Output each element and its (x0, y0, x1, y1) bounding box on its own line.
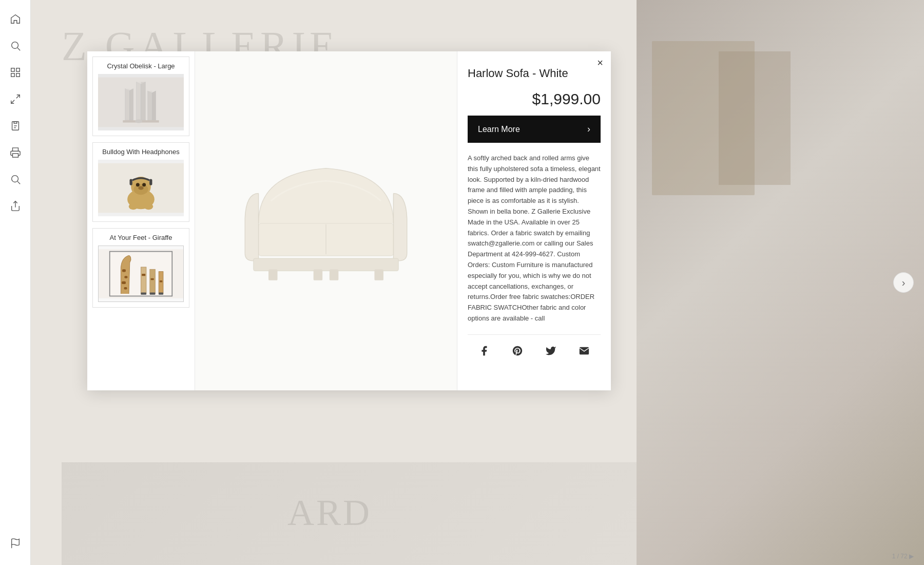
background-bottom-text: ARD (287, 492, 372, 534)
svg-rect-54 (159, 292, 163, 294)
svg-rect-45 (124, 287, 127, 289)
page-number: 1 / 72 ▶ (892, 553, 914, 560)
product-card-image-giraffe (98, 246, 184, 302)
product-card-image-bulldog (98, 160, 184, 216)
svg-rect-36 (130, 179, 132, 185)
home-icon[interactable] (6, 10, 25, 28)
product-modal: Crystal Obelisk - Large (87, 51, 611, 390)
svg-point-0 (11, 42, 18, 49)
svg-rect-48 (159, 272, 163, 294)
expand-icon[interactable] (6, 90, 25, 108)
flag-icon[interactable] (6, 534, 25, 553)
svg-line-1 (17, 48, 20, 50)
svg-rect-4 (11, 73, 14, 77)
svg-marker-24 (148, 91, 152, 120)
bg-decor-2 (719, 51, 791, 185)
svg-rect-61 (374, 269, 383, 280)
svg-rect-49 (142, 274, 145, 276)
svg-rect-2 (11, 68, 14, 71)
svg-rect-5 (16, 73, 19, 77)
facebook-share-button[interactable] (476, 343, 492, 359)
svg-marker-21 (125, 89, 130, 121)
svg-rect-60 (330, 269, 339, 280)
product-list-panel: Crystal Obelisk - Large (87, 51, 195, 390)
svg-rect-46 (141, 267, 146, 294)
product-title: Harlow Sofa - White (468, 67, 601, 80)
svg-rect-58 (268, 269, 278, 280)
background-right-panel (637, 0, 924, 565)
svg-point-28 (135, 119, 142, 123)
svg-point-33 (136, 183, 140, 186)
search-icon[interactable] (6, 36, 25, 55)
social-share-row (468, 334, 601, 367)
print-icon[interactable] (6, 143, 25, 162)
learn-more-button[interactable]: Learn More › (468, 116, 601, 143)
sidebar (0, 0, 31, 565)
svg-rect-53 (150, 292, 155, 294)
svg-marker-19 (141, 82, 146, 120)
main-product-image-panel (195, 51, 457, 390)
product-card-image-crystal (98, 74, 184, 130)
svg-rect-37 (149, 179, 152, 185)
svg-point-34 (142, 183, 146, 186)
svg-rect-51 (160, 280, 162, 282)
learn-more-label: Learn More (478, 125, 520, 134)
svg-line-13 (17, 181, 20, 184)
svg-rect-43 (124, 276, 127, 278)
svg-rect-59 (314, 269, 323, 280)
svg-marker-17 (137, 82, 141, 120)
sofa-image (231, 149, 421, 293)
pinterest-share-button[interactable] (509, 343, 526, 359)
product-card-giraffe[interactable]: At Your Feet - Giraffe (92, 228, 189, 308)
svg-rect-57 (254, 258, 398, 271)
grid-icon[interactable] (6, 63, 25, 82)
svg-rect-47 (150, 269, 155, 294)
svg-rect-42 (122, 269, 126, 272)
product-price: $1,999.00 (468, 90, 601, 108)
product-card-crystal-obelisk[interactable]: Crystal Obelisk - Large (92, 56, 189, 136)
product-details-panel: × Harlow Sofa - White $1,999.00 Learn Mo… (457, 51, 611, 390)
next-arrow-icon: › (902, 277, 906, 289)
search2-icon[interactable] (6, 170, 25, 189)
svg-rect-50 (151, 278, 154, 280)
share-icon[interactable] (6, 197, 25, 215)
svg-line-7 (11, 100, 14, 103)
clipboard-icon[interactable] (6, 117, 25, 135)
next-page-arrow[interactable]: › (893, 272, 914, 293)
close-button[interactable]: × (597, 58, 603, 68)
product-description: A softly arched back and rolled arms giv… (468, 153, 601, 324)
twitter-share-button[interactable] (543, 343, 559, 359)
product-card-title-bulldog: Bulldog With Headphones (98, 148, 184, 156)
svg-point-38 (129, 203, 138, 210)
product-card-title-crystal: Crystal Obelisk - Large (98, 62, 184, 70)
svg-marker-26 (152, 91, 156, 120)
learn-more-chevron: › (587, 124, 590, 135)
svg-rect-52 (141, 292, 146, 294)
svg-point-35 (138, 186, 144, 190)
product-card-title-giraffe: At Your Feet - Giraffe (98, 234, 184, 241)
svg-marker-23 (130, 89, 133, 121)
svg-rect-3 (16, 68, 19, 71)
email-share-button[interactable] (576, 343, 592, 359)
svg-point-39 (144, 203, 153, 210)
svg-line-6 (16, 95, 19, 98)
svg-rect-11 (12, 154, 18, 157)
svg-rect-44 (122, 281, 126, 284)
svg-point-12 (11, 176, 18, 182)
product-card-bulldog[interactable]: Bulldog With Headphones (92, 142, 189, 222)
